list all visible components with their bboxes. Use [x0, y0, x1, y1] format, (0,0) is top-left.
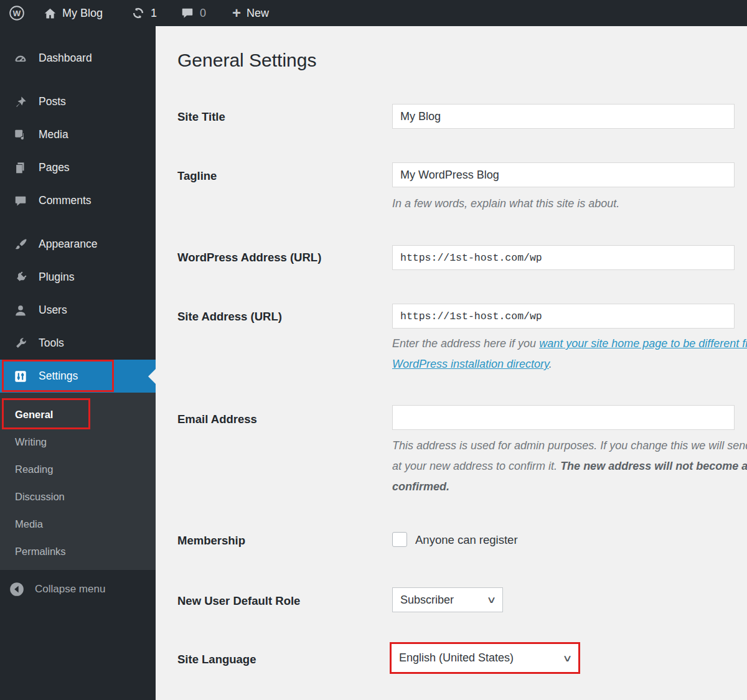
- comment-bubble-icon: [14, 194, 27, 208]
- sidebar-item-comments[interactable]: Comments: [0, 184, 156, 217]
- sidebar-item-label: Settings: [39, 370, 78, 383]
- page-title: General Settings: [177, 50, 316, 71]
- update-icon: [131, 6, 145, 20]
- help-text: .: [549, 358, 552, 370]
- chevron-down-icon: ∨: [562, 653, 572, 664]
- admin-sidebar: Dashboard Posts Media Pages Commen: [0, 26, 156, 700]
- wordpress-logo-icon[interactable]: W: [9, 5, 25, 21]
- plus-icon: +: [232, 7, 241, 19]
- general-settings-page: General Settings Site Title Tagline In a…: [156, 26, 747, 700]
- sidebar-item-dashboard[interactable]: Dashboard: [0, 42, 156, 75]
- update-count: 1: [151, 7, 157, 20]
- settings-submenu: General Writing Reading Discussion Media…: [0, 393, 156, 570]
- email-help-line3: confirmed.: [392, 479, 449, 494]
- comment-bubble-icon: [181, 6, 194, 20]
- paintbrush-icon: [14, 238, 27, 251]
- sidebar-item-tools[interactable]: Tools: [0, 327, 156, 360]
- new-content-button[interactable]: + New: [232, 7, 269, 20]
- menu-separator: [0, 217, 156, 228]
- anyone-can-register-checkbox[interactable]: [392, 532, 407, 547]
- submenu-item-discussion[interactable]: Discussion: [0, 483, 156, 510]
- selected-language: English (United States): [399, 651, 514, 665]
- sidebar-item-media[interactable]: Media: [0, 118, 156, 151]
- collapse-menu-label: Collapse menu: [35, 583, 105, 595]
- email-help-line2: at your new address to confirm it. The n…: [392, 459, 747, 474]
- site-language-label: Site Language: [177, 652, 256, 667]
- comments-link[interactable]: 0: [181, 6, 206, 20]
- site-address-input[interactable]: [392, 304, 735, 329]
- wordpress-address-label: WordPress Address (URL): [177, 250, 321, 265]
- help-text: at your new address to confirm it.: [392, 460, 560, 472]
- sidebar-item-label: Users: [39, 304, 67, 317]
- anyone-can-register-label: Anyone can register: [415, 533, 518, 547]
- submenu-label: Permalinks: [15, 546, 66, 558]
- sidebar-item-plugins[interactable]: Plugins: [0, 261, 156, 294]
- person-icon: [14, 304, 27, 317]
- media-icon: [14, 128, 27, 142]
- wrench-icon: [14, 337, 27, 350]
- pages-icon: [14, 161, 27, 175]
- site-address-help-line2: WordPress installation directory.: [392, 357, 552, 371]
- new-user-role-label: New User Default Role: [177, 594, 300, 609]
- plug-icon: [14, 271, 27, 284]
- site-address-label: Site Address (URL): [177, 309, 282, 324]
- tagline-help: In a few words, explain what this site i…: [392, 196, 619, 211]
- sidebar-item-label: Media: [39, 128, 68, 141]
- sidebar-item-label: Plugins: [39, 271, 74, 284]
- sidebar-item-label: Appearance: [39, 238, 97, 251]
- tagline-input[interactable]: [392, 162, 735, 187]
- submenu-item-general[interactable]: General: [0, 401, 156, 428]
- site-home-page-link[interactable]: want your site home page to be different…: [539, 337, 747, 350]
- tagline-label: Tagline: [177, 169, 217, 184]
- site-title-label: Site Title: [177, 110, 225, 124]
- help-text-bold: confirmed.: [392, 480, 449, 493]
- wordpress-address-input[interactable]: [392, 245, 735, 270]
- sidebar-item-settings[interactable]: Settings: [0, 360, 156, 393]
- site-title-input[interactable]: [392, 104, 735, 129]
- help-text: Enter the address here if you: [392, 337, 539, 350]
- svg-text:W: W: [13, 9, 21, 18]
- sidebar-item-label: Comments: [39, 194, 92, 207]
- sidebar-item-pages[interactable]: Pages: [0, 151, 156, 184]
- new-user-role-select[interactable]: Subscriber ∨: [392, 587, 503, 612]
- sliders-icon: [14, 370, 27, 383]
- sidebar-item-users[interactable]: Users: [0, 294, 156, 327]
- submenu-label: Media: [15, 518, 43, 530]
- new-label: New: [247, 7, 269, 20]
- submenu-item-writing[interactable]: Writing: [0, 428, 156, 455]
- menu-separator: [0, 75, 156, 85]
- site-language-select[interactable]: English (United States) ∨: [392, 644, 578, 672]
- sidebar-item-label: Tools: [39, 337, 64, 350]
- home-icon: [44, 7, 57, 20]
- visit-site-link[interactable]: My Blog: [44, 7, 103, 20]
- email-help-line1: This address is used for admin purposes.…: [392, 438, 747, 453]
- highlight-box-site-language: English (United States) ∨: [390, 642, 580, 674]
- submenu-item-media[interactable]: Media: [0, 510, 156, 538]
- sidebar-item-label: Posts: [39, 95, 66, 108]
- submenu-item-reading[interactable]: Reading: [0, 455, 156, 483]
- submenu-label: Discussion: [15, 491, 65, 503]
- collapse-arrow-icon: [9, 581, 25, 597]
- help-text-bold: The new address will not become active u…: [560, 460, 747, 472]
- site-name: My Blog: [62, 7, 103, 20]
- submenu-item-permalinks[interactable]: Permalinks: [0, 538, 156, 565]
- sidebar-item-appearance[interactable]: Appearance: [0, 228, 156, 261]
- chevron-down-icon: ∨: [486, 594, 496, 605]
- comment-count: 0: [200, 7, 206, 20]
- collapse-menu-button[interactable]: Collapse menu: [0, 576, 156, 602]
- updates-link[interactable]: 1: [131, 6, 157, 20]
- submenu-label: Reading: [15, 464, 53, 475]
- selected-role: Subscriber: [400, 594, 454, 607]
- dashboard-gauge-icon: [14, 52, 27, 65]
- sidebar-item-label: Pages: [39, 161, 70, 174]
- email-address-input[interactable]: [392, 405, 735, 430]
- email-address-label: Email Address: [177, 412, 257, 427]
- site-address-help-line1: Enter the address here if you want your …: [392, 336, 747, 351]
- membership-label: Membership: [177, 533, 245, 548]
- sidebar-item-posts[interactable]: Posts: [0, 85, 156, 118]
- installation-directory-link[interactable]: WordPress installation directory: [392, 358, 549, 370]
- admin-bar: W My Blog 1 0 + New: [0, 0, 747, 26]
- submenu-label: General: [15, 409, 53, 421]
- pushpin-icon: [14, 95, 27, 109]
- sidebar-item-label: Dashboard: [39, 52, 92, 65]
